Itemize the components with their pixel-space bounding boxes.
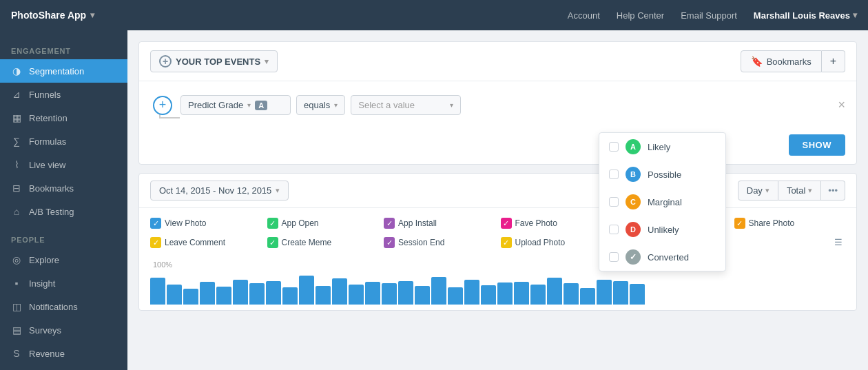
event-tag[interactable]: ✓App Open <box>267 215 379 232</box>
sidebar-item-label: A/B Testing <box>29 207 74 217</box>
event-tag[interactable]: ✓Upload Photo <box>501 234 612 251</box>
sidebar-item-label: Funnels <box>29 90 61 100</box>
predict-grade-chevron-icon: ▾ <box>247 101 251 109</box>
chart-bar <box>398 281 413 305</box>
dropdown-checkbox[interactable] <box>609 169 619 179</box>
sidebar-item-segmentation[interactable]: ◑ Segmentation <box>0 59 127 83</box>
event-tag[interactable]: ✓Leave Comment <box>150 234 262 251</box>
chart-label: 100% <box>153 260 172 269</box>
chart-bar <box>464 280 479 305</box>
dropdown-item-converted[interactable]: ✓Converted <box>599 243 725 271</box>
day-selector[interactable]: Day ▾ <box>738 181 778 201</box>
filter-add-button[interactable]: + <box>153 96 172 115</box>
event-selector[interactable]: + YOUR TOP EVENTS ▾ <box>150 50 278 72</box>
chart-area: 100% <box>139 255 856 310</box>
sidebar-item-insight[interactable]: ▪ Insight <box>0 271 127 295</box>
total-selector[interactable]: Total ▾ <box>778 181 821 201</box>
main-layout: ENGAGEMENT ◑ Segmentation ⊿ Funnels ▦ Re… <box>0 30 868 370</box>
dropdown-item-likely[interactable]: ALikely <box>599 133 725 161</box>
chart-bar <box>514 282 529 305</box>
event-tag[interactable]: ✓Share Photo <box>734 215 846 232</box>
sidebar: ENGAGEMENT ◑ Segmentation ⊿ Funnels ▦ Re… <box>0 30 127 370</box>
event-tag[interactable]: ✓View Photo <box>150 215 262 232</box>
equals-chevron-icon: ▾ <box>334 101 338 109</box>
dropdown-checkbox[interactable] <box>609 225 619 234</box>
sidebar-item-label: Insight <box>29 278 55 289</box>
sidebar-item-label: Revenue <box>29 349 65 359</box>
account-link[interactable]: Account <box>568 10 600 21</box>
revenue-icon: S <box>11 348 22 359</box>
dropdown-item-marginal[interactable]: CMarginal <box>599 188 725 216</box>
event-check: ✓ <box>150 237 161 248</box>
value-select[interactable]: Select a value ▾ <box>351 95 461 115</box>
chart-bar <box>481 285 496 305</box>
chart-bar <box>613 281 628 305</box>
sidebar-item-bookmarks[interactable]: ⊟ Bookmarks <box>0 176 127 200</box>
event-label: View Photo <box>165 218 207 228</box>
sidebar-item-label: Notifications <box>29 302 78 312</box>
bookmarks-label: Bookmarks <box>767 56 812 67</box>
event-check: ✓ <box>501 237 512 248</box>
chart-bar <box>249 283 265 305</box>
email-support-link[interactable]: Email Support <box>681 10 737 21</box>
topnav-right: Account Help Center Email Support Marsha… <box>568 10 857 21</box>
event-label: Create Meme <box>282 238 332 247</box>
chart-bar <box>580 288 595 305</box>
event-tag[interactable]: ✓Fave Photo <box>501 215 612 232</box>
chart-bar <box>431 277 446 305</box>
dropdown-item-possible[interactable]: BPossible <box>599 161 725 188</box>
event-tag[interactable]: ✓App Install <box>384 215 495 232</box>
more-options-button[interactable]: ••• <box>821 181 845 201</box>
value-chevron-icon: ▾ <box>450 101 453 109</box>
sidebar-item-retention[interactable]: ▦ Retention <box>0 106 127 130</box>
predict-grade-label: Predict Grade <box>188 100 243 110</box>
equals-label: equals <box>304 100 330 110</box>
date-range-selector[interactable]: Oct 14, 2015 - Nov 12, 2015 ▾ <box>150 181 289 201</box>
sidebar-item-funnels[interactable]: ⊿ Funnels <box>0 83 127 106</box>
sidebar-item-surveys[interactable]: ▤ Surveys <box>0 318 127 342</box>
sidebar-item-notifications[interactable]: ◫ Notifications <box>0 295 127 318</box>
add-button[interactable]: + <box>822 50 845 72</box>
app-name-container[interactable]: PhotoShare App ▾ <box>11 10 94 21</box>
value-dropdown: ALikelyBPossibleCMarginalDUnlikely✓Conve… <box>599 132 726 271</box>
event-plus-icon: + <box>159 55 172 68</box>
chart-bar <box>200 282 215 305</box>
event-tag[interactable]: ✓Create Meme <box>267 234 379 251</box>
topnav: PhotoShare App ▾ Account Help Center Ema… <box>0 0 868 30</box>
sidebar-item-revenue[interactable]: S Revenue <box>0 342 127 365</box>
dropdown-checkbox[interactable] <box>609 142 619 152</box>
show-button[interactable]: SHOW <box>789 134 845 156</box>
dropdown-label: Possible <box>648 169 681 180</box>
dropdown-checkbox[interactable] <box>609 252 619 262</box>
day-label: Day <box>747 185 763 196</box>
user-name[interactable]: Marshall Louis Reaves ▾ <box>754 10 857 21</box>
predict-grade-select[interactable]: Predict Grade ▾ A <box>180 95 291 115</box>
event-label: Fave Photo <box>515 218 557 228</box>
surveys-icon: ▤ <box>11 325 22 336</box>
list-view-icon[interactable]: ☰ <box>831 234 845 251</box>
sidebar-item-liveview[interactable]: ⌇ Live view <box>0 153 127 176</box>
event-check: ✓ <box>267 218 278 229</box>
event-check: ✓ <box>384 237 395 248</box>
equals-select[interactable]: equals ▾ <box>296 95 345 115</box>
dropdown-item-unlikely[interactable]: DUnlikely <box>599 216 725 243</box>
analytics-header: Oct 14, 2015 - Nov 12, 2015 ▾ Day ▾ Tota… <box>139 174 856 208</box>
content-area: + YOUR TOP EVENTS ▾ 🔖 Bookmarks + + Pr <box>127 30 868 370</box>
close-filter-button[interactable]: × <box>838 98 845 112</box>
event-tag[interactable]: ✓Session End <box>384 234 495 251</box>
bookmarks-button[interactable]: 🔖 Bookmarks <box>741 50 822 72</box>
event-label: Session End <box>398 238 444 247</box>
sidebar-item-label: Formulas <box>29 136 66 147</box>
dropdown-checkbox[interactable] <box>609 197 619 207</box>
help-center-link[interactable]: Help Center <box>617 10 664 21</box>
chart-bar <box>547 278 562 305</box>
event-label: App Install <box>398 218 437 228</box>
chart-bar <box>266 281 281 305</box>
sidebar-item-abtesting[interactable]: ⌂ A/B Testing <box>0 200 127 223</box>
event-check: ✓ <box>384 218 395 229</box>
sidebar-item-formulas[interactable]: ∑ Formulas <box>0 130 127 153</box>
sidebar-item-explore[interactable]: ◎ Explore <box>0 248 127 271</box>
chart-bar <box>597 280 612 305</box>
chart-bar <box>183 289 198 305</box>
grade-circle: C <box>626 194 641 209</box>
